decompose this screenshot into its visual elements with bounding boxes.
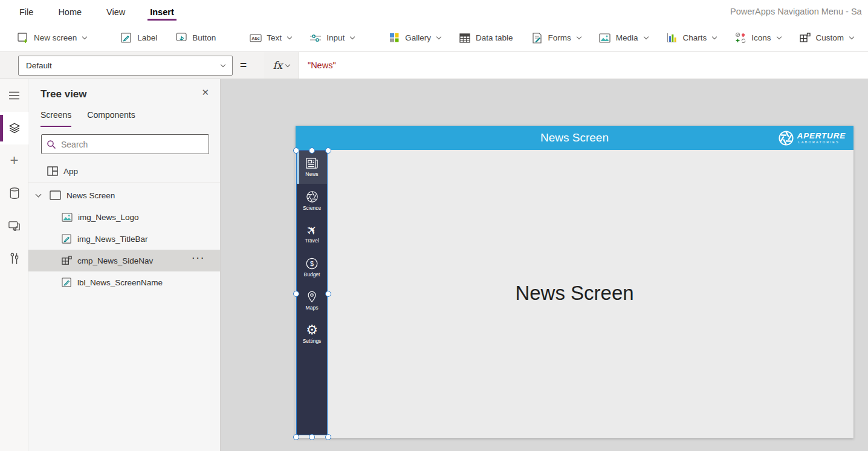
tree-view-title: Tree view: [40, 88, 87, 100]
sidenav-item-settings[interactable]: ⚙ Settings: [297, 317, 327, 350]
selection-handle[interactable]: [293, 434, 299, 440]
hamburger-icon[interactable]: [0, 79, 28, 112]
menu-view[interactable]: View: [105, 2, 126, 22]
travel-icon: ✈: [303, 222, 320, 238]
menu-insert[interactable]: Insert: [149, 2, 175, 22]
chevron-down-icon: [36, 191, 42, 197]
new-screen-icon: [17, 32, 29, 44]
plus-icon[interactable]: +: [0, 144, 28, 177]
ribbon-item-label: Button: [192, 33, 216, 42]
sidenav-item-label: Maps: [306, 305, 319, 311]
selection-handle[interactable]: [309, 148, 315, 154]
app-screen[interactable]: News Screen APERTURE LABORATORIES: [296, 126, 853, 438]
charts-menu-button[interactable]: Charts: [666, 32, 717, 44]
button-icon: [175, 32, 187, 44]
ribbon-item-label: Forms: [548, 33, 571, 42]
media-menu-button[interactable]: Media: [599, 32, 648, 44]
ribbon-item-label: Text: [267, 33, 282, 42]
tree-item-img-news-titlebar[interactable]: img_News_TitleBar: [28, 228, 220, 250]
label-button[interactable]: Label: [120, 32, 157, 44]
tab-screens[interactable]: Screens: [40, 108, 71, 127]
tab-components[interactable]: Components: [87, 108, 135, 127]
layers-icon[interactable]: [0, 112, 28, 144]
logo-subtitle: LABORATORIES: [797, 141, 846, 144]
tree-item-cmp-news-sidenav[interactable]: cmp_News_SideNav ···: [28, 250, 220, 271]
screen-name-label[interactable]: News Screen: [296, 282, 853, 305]
chevron-down-icon: [576, 34, 581, 39]
chevron-down-icon: [712, 34, 717, 39]
gallery-menu-button[interactable]: Gallery: [388, 32, 441, 44]
aperture-logo: APERTURE LABORATORIES: [778, 130, 846, 146]
data-table-button[interactable]: Data table: [459, 32, 513, 44]
sidenav-item-science[interactable]: Science: [297, 184, 327, 217]
media-screens-icon[interactable]: [0, 210, 28, 242]
tree-item-label: News Screen: [66, 191, 115, 200]
ribbon-item-label: New screen: [34, 33, 77, 42]
sidenav-item-travel[interactable]: ✈ Travel: [297, 217, 327, 250]
icons-menu-button[interactable]: Icons: [734, 32, 780, 44]
new-screen-button[interactable]: New screen: [17, 32, 86, 44]
input-menu-button[interactable]: Input: [309, 32, 354, 44]
main-area: + Tree view ✕ Screens Components: [0, 79, 868, 451]
icons-icon: [734, 32, 747, 44]
forms-menu-button[interactable]: Forms: [531, 32, 580, 44]
close-icon[interactable]: ✕: [201, 87, 209, 98]
selection-handle[interactable]: [293, 291, 299, 297]
aperture-icon: [778, 130, 794, 146]
chevron-down-icon: [643, 34, 648, 39]
image-icon: [62, 213, 73, 222]
canvas-workspace[interactable]: News Screen APERTURE LABORATORIES: [221, 79, 868, 451]
forms-icon: [531, 32, 543, 44]
chevron-down-icon: [287, 34, 292, 39]
chevron-down-icon: [776, 34, 781, 39]
custom-icon: [799, 32, 811, 44]
text-menu-button[interactable]: Abc Text: [250, 32, 291, 44]
property-select-value: Default: [26, 61, 52, 70]
news-icon: [305, 157, 319, 170]
ribbon-item-label: Media: [616, 33, 638, 42]
selection-handle[interactable]: [325, 291, 331, 297]
text-icon: Abc: [250, 32, 262, 44]
tree-item-lbl-news-screenname[interactable]: lbl_News_ScreenName: [28, 271, 220, 293]
ribbon-item-label: Label: [137, 33, 157, 42]
property-select[interactable]: Default: [18, 56, 233, 76]
screen-titlebar[interactable]: News Screen APERTURE LABORATORIES: [296, 126, 853, 150]
tree-item-label: img_News_Logo: [78, 213, 139, 222]
ribbon-item-label: Custom: [816, 33, 844, 42]
selected-accent-bar: [297, 151, 299, 184]
formula-input[interactable]: [299, 52, 868, 79]
ribbon-item-label: Data table: [476, 33, 513, 42]
custom-menu-button[interactable]: Custom: [799, 32, 854, 44]
component-icon: [62, 256, 72, 266]
screen-icon: [50, 190, 61, 200]
tree-item-news-screen[interactable]: News Screen: [28, 184, 220, 206]
sidenav-item-budget[interactable]: $ Budget: [297, 250, 327, 284]
ribbon-toolbar: New screen Label Button Abc Text Input: [0, 24, 868, 52]
tree-item-app[interactable]: App: [28, 162, 220, 180]
search-input[interactable]: [61, 140, 204, 149]
chevron-down-icon: [436, 34, 441, 39]
tools-icon[interactable]: [0, 242, 28, 275]
menu-file[interactable]: File: [18, 2, 34, 22]
database-icon[interactable]: [0, 177, 28, 210]
menu-home[interactable]: Home: [57, 2, 83, 22]
media-icon: [599, 32, 611, 44]
tree-item-label: lbl_News_ScreenName: [77, 278, 163, 287]
selection-handle[interactable]: [309, 434, 315, 440]
sidenav-item-news[interactable]: News: [297, 151, 327, 184]
button-button[interactable]: Button: [175, 32, 216, 44]
equals-sign: =: [240, 59, 247, 72]
chevron-down-icon: [221, 62, 225, 67]
label-icon: [62, 234, 72, 244]
selection-handle[interactable]: [325, 434, 331, 440]
selection-handle[interactable]: [293, 148, 299, 154]
tree-search-box: [41, 134, 209, 154]
svg-text:Abc: Abc: [252, 36, 260, 41]
gallery-icon: [388, 32, 400, 44]
tree-item-img-news-logo[interactable]: img_News_Logo: [28, 206, 220, 228]
chevron-down-icon: [82, 34, 87, 39]
fx-button[interactable]: fx: [264, 52, 299, 79]
selection-handle[interactable]: [325, 148, 331, 154]
tree-item-label: img_News_TitleBar: [77, 235, 148, 244]
item-options-ellipsis[interactable]: ···: [192, 253, 206, 262]
